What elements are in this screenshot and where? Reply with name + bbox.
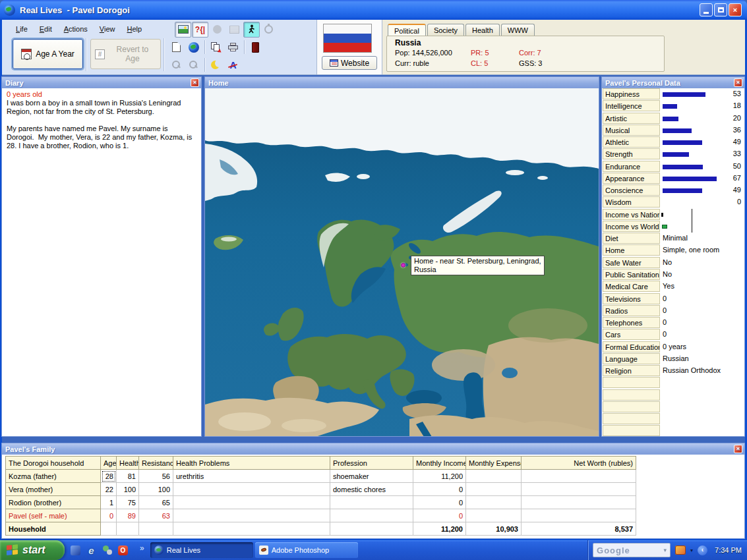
quicklaunch-messenger-button[interactable] <box>70 545 81 556</box>
info-value: Russian Orthodox <box>663 366 721 374</box>
tab-health[interactable]: Health <box>465 24 500 36</box>
window-titlebar[interactable]: Real Lives - Pavel Dorogoi × <box>0 0 747 20</box>
quick-launch: e O » <box>70 544 148 557</box>
col-health-problems: Health Problems <box>173 457 330 470</box>
family-row-vera[interactable]: Vera (mother) 22 100 100 domestic chores… <box>6 483 636 496</box>
info-value: Simple, one room <box>663 246 719 254</box>
media-player-icon <box>102 545 113 555</box>
tab-society[interactable]: Society <box>427 24 464 36</box>
personal-data-titlebar[interactable]: Pavel's Personal Data × <box>602 77 744 88</box>
stat-label: Intelligence <box>603 100 660 111</box>
new-file-button[interactable] <box>168 40 185 55</box>
family-table[interactable]: The Dorogoi household Age Health Resista… <box>5 456 636 536</box>
info-label: Formal Education <box>603 341 660 352</box>
menu-view[interactable]: View <box>94 23 121 35</box>
menu-life[interactable]: Life <box>10 23 34 35</box>
stat-value: 18 <box>733 101 741 109</box>
walk-person-button[interactable] <box>243 22 260 38</box>
menu-help[interactable]: Help <box>121 23 148 35</box>
member-name: Vera (mother) <box>6 483 101 496</box>
personal-data-close-button[interactable]: × <box>734 78 742 87</box>
diary-close-button[interactable]: × <box>191 78 199 87</box>
col-household: The Dorogoi household <box>6 457 101 470</box>
task-label: Adobe Photoshop <box>272 546 329 554</box>
maximize-button[interactable] <box>714 3 727 16</box>
quicklaunch-overflow-chevron[interactable]: » <box>140 544 144 553</box>
stat-row: Intelligence18 <box>602 100 744 112</box>
stat-bar <box>663 104 677 109</box>
quicklaunch-opera-button[interactable]: O <box>117 545 129 556</box>
member-age[interactable]: 28 <box>101 470 117 483</box>
help-text-button[interactable]: ?{| <box>192 22 208 38</box>
stat-value: 20 <box>733 114 741 122</box>
info-row: Radios0 <box>602 305 744 317</box>
menu-actions[interactable]: Actions <box>58 23 94 35</box>
home-titlebar[interactable]: Home <box>205 77 599 88</box>
family-close-button[interactable]: × <box>734 445 742 453</box>
info-row: Public SanitationNo <box>602 269 744 281</box>
tab-www[interactable]: WWW <box>501 24 535 36</box>
family-row-household[interactable]: Household 11,200 10,903 8,537 <box>6 522 636 536</box>
task-real-lives[interactable]: Real Lives <box>150 542 253 558</box>
member-income: 0 <box>413 483 466 496</box>
info-label: Radios <box>603 305 660 316</box>
tray-dropdown-icon[interactable]: ▾ <box>690 547 693 553</box>
empty-row <box>602 401 744 413</box>
col-resistance: Resistance <box>139 457 173 470</box>
close-button[interactable]: × <box>729 3 742 16</box>
timer-button <box>260 22 277 38</box>
info-value: No <box>663 270 672 278</box>
member-profession: shoemaker <box>330 470 413 483</box>
task-adobe-photoshop[interactable]: Adobe Photoshop <box>255 542 358 558</box>
member-resistance <box>139 522 173 536</box>
world-button[interactable] <box>185 40 202 55</box>
family-titlebar[interactable]: Pavel's Family × <box>2 443 744 455</box>
hide-tray-icons-button[interactable]: ‹ <box>698 546 707 555</box>
info-row: Safe WaterNo <box>602 257 744 269</box>
print-button[interactable] <box>225 40 241 55</box>
world-map[interactable]: Home - near St. Petersburg, Leningrad, R… <box>205 88 599 436</box>
start-button[interactable]: start <box>0 540 65 560</box>
home-location-marker[interactable] <box>401 263 405 267</box>
stat-row: Musical36 <box>602 125 744 136</box>
col-monthly-expenses: Monthly Expenses <box>466 457 522 470</box>
family-row-rodion[interactable]: Rodion (brother) 1 75 65 0 <box>6 496 636 509</box>
website-button[interactable]: Website <box>322 56 377 70</box>
night-mode-button[interactable] <box>208 57 224 73</box>
google-dropdown-icon[interactable]: ▾ <box>663 547 667 553</box>
diary-titlebar[interactable]: Diary × <box>2 77 201 88</box>
tray-app-icon[interactable] <box>675 546 686 555</box>
quicklaunch-media-button[interactable] <box>102 545 113 556</box>
website-label: Website <box>341 59 369 68</box>
exit-button[interactable] <box>247 40 264 55</box>
diary-text[interactable]: 0 years old I was born a boy in a small … <box>2 88 201 436</box>
font-a-icon: A <box>229 61 236 70</box>
family-row-pavel[interactable]: Pavel (self - male) 0 89 63 0 <box>6 509 636 522</box>
stat-bar <box>663 140 702 145</box>
export-button[interactable] <box>208 40 224 55</box>
diary-title: Diary <box>5 79 24 87</box>
font-button[interactable]: A <box>225 57 241 73</box>
picture-view-button[interactable] <box>175 22 191 38</box>
record-button <box>209 22 225 38</box>
country-tabs: Political Society Health WWW <box>388 22 536 36</box>
menu-edit[interactable]: Edit <box>34 23 58 35</box>
minimize-button[interactable] <box>700 3 713 16</box>
member-income: 11,200 <box>413 470 466 483</box>
info-label: Diet <box>603 233 660 244</box>
country-info-box: Russia Pop: 144,526,000 PR: 5 Corr: 7 Cu… <box>386 36 665 72</box>
question-brace-icon: ?{| <box>195 25 205 34</box>
tab-political[interactable]: Political <box>388 24 426 36</box>
stat-label: Musical <box>603 125 660 136</box>
close-icon: × <box>736 446 740 452</box>
member-profession <box>330 496 413 509</box>
member-profession: domestic chores <box>330 483 413 496</box>
family-row-kozma[interactable]: Kozma (father) 28 81 56 urethritis shoem… <box>6 470 636 483</box>
age-a-year-button[interactable]: Age A Year <box>13 39 83 69</box>
menu-bar: Life Edit Actions View Help <box>2 21 148 36</box>
country-population: Pop: 144,526,000 <box>395 49 452 57</box>
messenger-icon <box>71 546 80 555</box>
quicklaunch-ie-button[interactable]: e <box>86 545 97 556</box>
google-deskbar-input[interactable]: Google ▾ <box>593 543 671 557</box>
member-resistance: 65 <box>139 496 173 509</box>
